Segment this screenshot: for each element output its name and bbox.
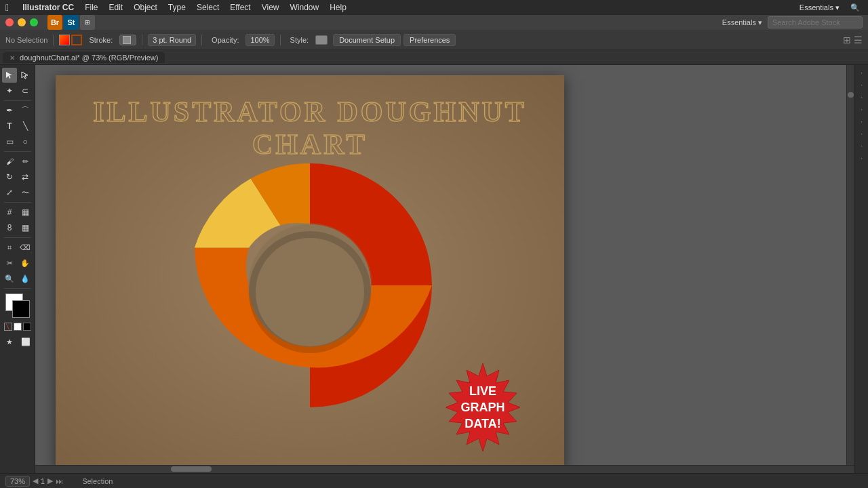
menu-view[interactable]: View: [256, 1, 285, 14]
workspace-switcher[interactable]: Essentials ▾: [797, 3, 842, 12]
white-swatch[interactable]: [14, 323, 22, 331]
slice-tool[interactable]: ⌗: [2, 240, 17, 255]
right-panel-btn-2[interactable]: ⬝: [856, 80, 867, 91]
rectangle-tool[interactable]: ▭: [2, 134, 17, 149]
selection-tool[interactable]: [2, 68, 17, 83]
menubar-right: Essentials ▾ 🔍: [797, 3, 863, 12]
hand-tool[interactable]: ✋: [18, 256, 33, 270]
blend-tool[interactable]: 8: [2, 220, 17, 235]
rotate-tool[interactable]: ↻: [2, 169, 17, 184]
eyedropper-tool[interactable]: 💧: [18, 271, 33, 286]
menu-file[interactable]: File: [79, 1, 103, 14]
stroke-color-box[interactable]: [12, 300, 30, 318]
horizontal-scrollbar[interactable]: [35, 465, 854, 473]
warp-tool[interactable]: 〜: [18, 185, 33, 200]
apple-menu[interactable]: : [5, 2, 9, 13]
zoom-prev-page[interactable]: ◀: [33, 476, 38, 485]
menu-type[interactable]: Type: [163, 1, 191, 14]
column-graph-tool[interactable]: ▦: [18, 220, 33, 235]
scale-tool[interactable]: ⤢: [2, 185, 17, 200]
right-panel-btn-8[interactable]: ⬝: [856, 153, 867, 164]
live-graph-badge: LIVE GRAPH DATA!: [435, 360, 530, 455]
mesh-tool[interactable]: #: [2, 205, 17, 220]
curvature-tool[interactable]: ⌒: [18, 103, 33, 118]
ellipse-tool[interactable]: ○: [18, 134, 33, 149]
badge-svg: LIVE GRAPH DATA!: [435, 360, 530, 455]
none-swatch[interactable]: ╲: [4, 323, 12, 331]
scale-tools: ⤢ 〜: [2, 185, 33, 200]
tab-bar: ✕ doughnutChart.ai* @ 73% (RGB/Preview): [0, 50, 868, 65]
search-icon[interactable]: 🔍: [848, 3, 863, 12]
minimize-button[interactable]: [18, 18, 26, 26]
lasso-tool[interactable]: ⊂: [18, 83, 33, 98]
lasso-tools: ✦ ⊂: [2, 83, 33, 98]
blend-tools: 8 ▦: [2, 220, 33, 235]
canvas-area[interactable]: ILLUSTRATOR DOUGHNUT CHART: [35, 65, 854, 473]
menu-bar:  Illustrator CC File Edit Object Type S…: [0, 0, 868, 15]
style-label: Style:: [286, 35, 313, 45]
magic-wand-tool[interactable]: ✦: [2, 83, 17, 98]
document-setup-button[interactable]: Document Setup: [333, 34, 401, 46]
right-panel-btn-1[interactable]: ⬝: [856, 68, 867, 79]
tool-separator-2: [4, 151, 31, 152]
zoom-next-page[interactable]: ▶: [47, 476, 53, 485]
artboard[interactable]: ILLUSTRATOR DOUGHNUT CHART: [56, 75, 564, 473]
active-tab[interactable]: ✕ doughnutChart.ai* @ 73% (RGB/Preview): [3, 52, 165, 63]
badge-text-line3: DATA!: [465, 417, 500, 430]
menu-object[interactable]: Object: [128, 1, 163, 14]
direct-selection-tool[interactable]: [18, 68, 33, 83]
paintbrush-tool[interactable]: 🖌: [2, 154, 17, 169]
menu-select[interactable]: Select: [191, 1, 224, 14]
eraser-tool[interactable]: ⌫: [18, 240, 33, 255]
scrollbar-thumb-v[interactable]: [848, 92, 854, 98]
current-tool-label: Selection: [82, 477, 113, 485]
menu-edit[interactable]: Edit: [103, 1, 128, 14]
bottom-bar: 73% ◀ 1 ▶ ⏭ Selection: [0, 473, 868, 488]
menu-help[interactable]: Help: [324, 1, 352, 14]
tab-close-button[interactable]: ✕: [9, 54, 15, 62]
line-tool[interactable]: ╲: [18, 119, 33, 134]
opacity-label: Opacity:: [208, 35, 243, 45]
right-panel-btn-5[interactable]: ⬝: [856, 117, 867, 127]
zoom-end-page[interactable]: ⏭: [56, 477, 63, 485]
stroke-width-display[interactable]: 3 pt. Round: [148, 34, 196, 46]
tool-separator-3: [4, 202, 31, 203]
title-bar-right: Essentials ▾: [722, 16, 863, 28]
close-button[interactable]: [5, 18, 14, 26]
adobe-stock-search[interactable]: [768, 16, 863, 28]
stroke-label: Stroke:: [85, 35, 117, 45]
menu-window[interactable]: Window: [285, 1, 325, 14]
style-preview[interactable]: [315, 35, 328, 45]
arrange-icon[interactable]: ⊞: [843, 35, 851, 45]
scissors-tool[interactable]: ✂: [2, 256, 17, 270]
symbol-sprayer-tool[interactable]: ★: [2, 334, 17, 349]
reflect-tool[interactable]: ⇄: [18, 169, 33, 184]
app-icon-area: Br St ⊞: [47, 15, 95, 30]
right-panel-btn-3[interactable]: ⬝: [856, 92, 867, 103]
artboard-tool[interactable]: ⬜: [18, 334, 33, 349]
menu-effect[interactable]: Effect: [224, 1, 256, 14]
type-tool[interactable]: T: [2, 119, 17, 134]
fill-indicator[interactable]: [59, 35, 70, 45]
maximize-button[interactable]: [30, 18, 38, 26]
right-panel-btn-6[interactable]: ⬝: [856, 129, 867, 140]
menu-app-name[interactable]: Illustrator CC: [17, 1, 79, 14]
zoom-level[interactable]: 73%: [5, 476, 30, 487]
right-panel-btn-4[interactable]: ⬝: [856, 104, 867, 115]
scrollbar-thumb-h[interactable]: [171, 466, 212, 472]
pencil-tool[interactable]: ✏: [18, 154, 33, 169]
toolbar-right: ⊞ ☰: [843, 35, 863, 45]
workspace-label[interactable]: Essentials ▾: [722, 18, 762, 27]
badge-text-line1: LIVE: [469, 384, 496, 398]
stroke-color[interactable]: [119, 35, 136, 45]
panels-icon[interactable]: ☰: [854, 35, 863, 45]
opacity-value[interactable]: 100%: [245, 34, 274, 46]
pen-tool[interactable]: ✒: [2, 103, 17, 118]
stroke-indicator[interactable]: [71, 35, 82, 45]
preferences-button[interactable]: Preferences: [403, 34, 456, 46]
vertical-scrollbar[interactable]: [846, 65, 854, 473]
right-panel-btn-7[interactable]: ⬝: [856, 141, 867, 152]
black-swatch[interactable]: [23, 323, 31, 331]
gradient-tool[interactable]: ▦: [18, 205, 33, 220]
zoom-tool[interactable]: 🔍: [2, 271, 17, 286]
